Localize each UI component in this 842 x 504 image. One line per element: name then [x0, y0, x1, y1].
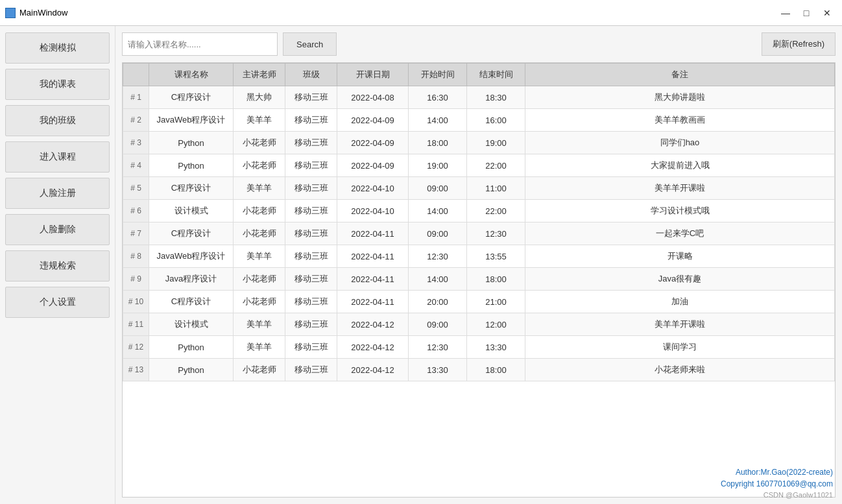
maximize-button[interactable]: □ — [797, 5, 816, 21]
cell-startTime: 14:00 — [409, 109, 467, 132]
cell-startTime: 19:00 — [409, 154, 467, 177]
table-row[interactable]: # 1C程序设计黑大帅移动三班2022-04-0816:3018:30黑大帅讲题… — [123, 86, 835, 109]
cell-endTime: 13:55 — [467, 245, 525, 268]
cell-class: 移动三班 — [285, 177, 337, 200]
sidebar-btn-personal-settings[interactable]: 个人设置 — [5, 287, 110, 318]
sidebar: 检测模拟我的课表我的班级进入课程人脸注册人脸删除违规检索个人设置 — [0, 26, 115, 504]
cell-class: 移动三班 — [285, 336, 337, 359]
cell-teacher: 小花老师 — [234, 132, 285, 154]
content-area: Search 刷新(Refresh) 课程名称主讲老师班级开课日期开始时间结束时… — [115, 26, 842, 504]
table-row[interactable]: # 4Python小花老师移动三班2022-04-0919:0022:00大家提… — [123, 154, 835, 177]
table-row[interactable]: # 10C程序设计小花老师移动三班2022-04-1120:0021:00加油 — [123, 291, 835, 313]
col-header-startDate: 开课日期 — [337, 64, 409, 86]
table-row[interactable]: # 8JavaWeb程序设计美羊羊移动三班2022-04-1112:3013:5… — [123, 245, 835, 268]
table-row[interactable]: # 12Python美羊羊移动三班2022-04-1212:3013:30课间学… — [123, 336, 835, 359]
cell-index: # 1 — [123, 86, 149, 109]
table-container: 课程名称主讲老师班级开课日期开始时间结束时间备注 # 1C程序设计黑大帅移动三班… — [122, 62, 836, 498]
cell-teacher: 小花老师 — [234, 359, 285, 381]
footer: Author:Mr.Gao(2022-create) Copyright 160… — [721, 466, 833, 499]
title-bar-controls: — □ ✕ — [776, 5, 837, 21]
col-header-class: 班级 — [285, 64, 337, 86]
cell-endTime: 18:30 — [467, 86, 525, 109]
sidebar-btn-face-register[interactable]: 人脸注册 — [5, 178, 110, 209]
cell-teacher: 小花老师 — [234, 291, 285, 313]
cell-startDate: 2022-04-09 — [337, 154, 409, 177]
cell-class: 移动三班 — [285, 86, 337, 109]
cell-index: # 13 — [123, 359, 149, 381]
cell-class: 移动三班 — [285, 132, 337, 154]
sidebar-btn-my-class[interactable]: 我的班级 — [5, 105, 110, 136]
cell-teacher: 美羊羊 — [234, 336, 285, 359]
cell-note: 小花老师来啦 — [525, 359, 835, 381]
cell-endTime: 22:00 — [467, 154, 525, 177]
author-line: Author:Mr.Gao(2022-create) — [721, 466, 833, 478]
sidebar-btn-detect-simulate[interactable]: 检测模拟 — [5, 32, 110, 64]
cell-startDate: 2022-04-11 — [337, 245, 409, 268]
title-text: MainWindow — [19, 8, 67, 18]
cell-index: # 7 — [123, 222, 149, 245]
cell-teacher: 小花老师 — [234, 268, 285, 291]
cell-courseName: C程序设计 — [149, 291, 234, 313]
cell-endTime: 22:00 — [467, 200, 525, 222]
cell-startTime: 13:30 — [409, 359, 467, 381]
table-row[interactable]: # 2JavaWeb程序设计美羊羊移动三班2022-04-0914:0016:0… — [123, 109, 835, 132]
cell-index: # 5 — [123, 177, 149, 200]
title-bar: MainWindow — □ ✕ — [0, 0, 842, 26]
sidebar-btn-enter-course[interactable]: 进入课程 — [5, 141, 110, 173]
table-row[interactable]: # 3Python小花老师移动三班2022-04-0918:0019:00同学们… — [123, 132, 835, 154]
cell-endTime: 16:00 — [467, 109, 525, 132]
cell-startTime: 09:00 — [409, 313, 467, 336]
cell-teacher: 小花老师 — [234, 222, 285, 245]
refresh-button[interactable]: 刷新(Refresh) — [762, 32, 836, 56]
cell-class: 移动三班 — [285, 245, 337, 268]
cell-endTime: 21:00 — [467, 291, 525, 313]
cell-startDate: 2022-04-09 — [337, 132, 409, 154]
cell-class: 移动三班 — [285, 359, 337, 381]
table-scroll[interactable]: 课程名称主讲老师班级开课日期开始时间结束时间备注 # 1C程序设计黑大帅移动三班… — [123, 63, 835, 497]
minimize-button[interactable]: — — [776, 5, 795, 21]
cell-class: 移动三班 — [285, 109, 337, 132]
search-input[interactable] — [122, 32, 278, 56]
sidebar-btn-violation-search[interactable]: 违规检索 — [5, 250, 110, 282]
cell-endTime: 12:00 — [467, 313, 525, 336]
table-row[interactable]: # 13Python小花老师移动三班2022-04-1213:3018:00小花… — [123, 359, 835, 381]
col-header-index — [123, 64, 149, 86]
cell-startDate: 2022-04-08 — [337, 86, 409, 109]
table-row[interactable]: # 6设计模式小花老师移动三班2022-04-1014:0022:00学习设计模… — [123, 200, 835, 222]
search-button[interactable]: Search — [283, 32, 337, 56]
courses-table: 课程名称主讲老师班级开课日期开始时间结束时间备注 # 1C程序设计黑大帅移动三班… — [123, 63, 835, 381]
cell-class: 移动三班 — [285, 313, 337, 336]
cell-note: 一起来学C吧 — [525, 222, 835, 245]
cell-teacher: 美羊羊 — [234, 177, 285, 200]
cell-startDate: 2022-04-12 — [337, 359, 409, 381]
cell-index: # 6 — [123, 200, 149, 222]
cell-index: # 12 — [123, 336, 149, 359]
cell-startDate: 2022-04-12 — [337, 336, 409, 359]
cell-teacher: 小花老师 — [234, 200, 285, 222]
cell-note: 美羊羊开课啦 — [525, 177, 835, 200]
cell-endTime: 12:30 — [467, 222, 525, 245]
cell-courseName: JavaWeb程序设计 — [149, 245, 234, 268]
cell-endTime: 13:30 — [467, 336, 525, 359]
cell-note: 大家提前进入哦 — [525, 154, 835, 177]
table-row[interactable]: # 5C程序设计美羊羊移动三班2022-04-1009:0011:00美羊羊开课… — [123, 177, 835, 200]
cell-startDate: 2022-04-10 — [337, 200, 409, 222]
cell-endTime: 18:00 — [467, 359, 525, 381]
cell-startTime: 18:00 — [409, 132, 467, 154]
cell-index: # 3 — [123, 132, 149, 154]
close-button[interactable]: ✕ — [817, 5, 837, 21]
cell-index: # 10 — [123, 291, 149, 313]
credit-line: CSDN @Gaolw11021 — [721, 491, 833, 499]
cell-courseName: Java程序设计 — [149, 268, 234, 291]
col-header-note: 备注 — [525, 64, 835, 86]
col-header-courseName: 课程名称 — [149, 64, 234, 86]
cell-class: 移动三班 — [285, 268, 337, 291]
sidebar-btn-my-schedule[interactable]: 我的课表 — [5, 69, 110, 100]
title-bar-left: MainWindow — [5, 8, 67, 18]
cell-index: # 11 — [123, 313, 149, 336]
cell-startTime: 09:00 — [409, 177, 467, 200]
sidebar-btn-face-delete[interactable]: 人脸删除 — [5, 214, 110, 245]
table-row[interactable]: # 9Java程序设计小花老师移动三班2022-04-1114:0018:00J… — [123, 268, 835, 291]
table-row[interactable]: # 7C程序设计小花老师移动三班2022-04-1109:0012:30一起来学… — [123, 222, 835, 245]
table-row[interactable]: # 11设计模式美羊羊移动三班2022-04-1209:0012:00美羊羊开课… — [123, 313, 835, 336]
